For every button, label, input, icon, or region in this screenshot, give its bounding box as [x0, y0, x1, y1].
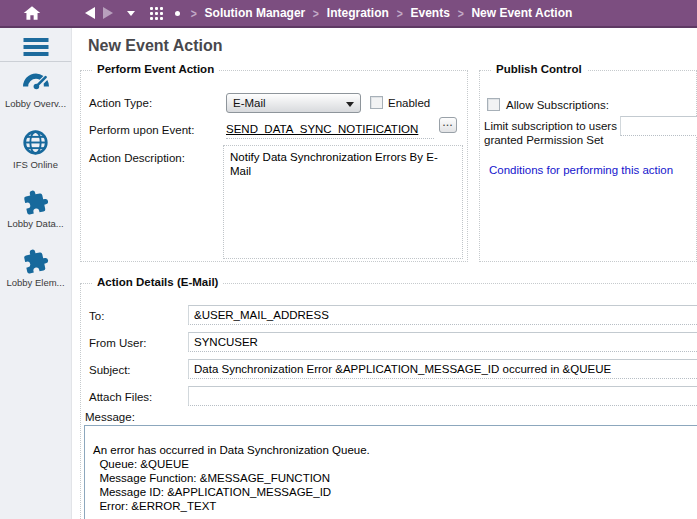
sidebar-divider: [0, 61, 71, 62]
enabled-checkbox[interactable]: [370, 96, 383, 109]
group-action-details: Action Details (E-Mail) To: &USER_MAIL_A…: [80, 283, 697, 519]
forward-arrow-icon[interactable]: [103, 7, 113, 19]
action-description-textarea[interactable]: Notify Data Synchronization Errors By E-…: [223, 145, 463, 259]
to-input[interactable]: &USER_MAIL_ADDRESS: [188, 305, 697, 325]
to-label: To:: [89, 310, 104, 322]
breadcrumb-item-solution-manager[interactable]: Solution Manager: [205, 6, 306, 20]
back-arrow-icon[interactable]: [85, 7, 95, 19]
gauge-icon: [20, 70, 52, 95]
dropdown-caret-icon[interactable]: [127, 11, 135, 16]
sidebar-item-lobby-overview[interactable]: Lobby Overv...: [0, 70, 71, 109]
action-description-label: Action Description:: [89, 152, 185, 164]
from-user-label: From User:: [89, 337, 147, 349]
group-title: Perform Event Action: [92, 63, 219, 75]
sidebar-item-label: Lobby Elem...: [6, 277, 64, 288]
perform-upon-event-label: Perform upon Event:: [89, 124, 194, 136]
action-type-selected-value: E-Mail: [233, 97, 266, 109]
hamburger-menu-icon[interactable]: [23, 38, 48, 59]
action-type-label: Action Type:: [89, 97, 152, 109]
sidebar-item-label: Lobby Data...: [7, 218, 64, 229]
perform-upon-event-value[interactable]: SEND_DATA_SYNC_NOTIFICATION: [226, 123, 418, 135]
sidebar-item-label: IFS Online: [13, 159, 58, 170]
breadcrumb-item-integration[interactable]: Integration: [327, 6, 389, 20]
allow-subscriptions-checkbox[interactable]: [487, 98, 500, 111]
subject-label: Subject:: [89, 364, 131, 376]
message-label: Message:: [85, 411, 135, 423]
breadcrumb-separator: >: [397, 6, 403, 21]
attach-files-input[interactable]: [188, 386, 697, 406]
group-perform-event-action: Perform Event Action Action Type: E-Mail…: [80, 70, 468, 262]
breadcrumb-item-events[interactable]: Events: [410, 6, 449, 20]
breadcrumb-item-current-page: New Event Action: [471, 6, 572, 20]
message-textarea[interactable]: An error has occurred in Data Synchroniz…: [84, 425, 697, 519]
action-type-dropdown[interactable]: E-Mail: [226, 93, 361, 113]
permission-set-input[interactable]: [620, 116, 697, 136]
subject-input[interactable]: Data Synchronization Error &APPLICATION_…: [188, 359, 697, 379]
group-publish-control: Publish Control Allow Subscriptions: Lim…: [479, 70, 697, 262]
chevron-down-icon: [346, 102, 354, 107]
allow-subscriptions-label: Allow Subscriptions:: [506, 99, 609, 111]
breadcrumb-separator: >: [313, 6, 319, 21]
puzzle-icon: [20, 187, 51, 218]
from-user-input[interactable]: SYNCUSER: [188, 332, 697, 352]
application-window: > Solution Manager > Integration > Event…: [0, 0, 697, 519]
conditions-link[interactable]: Conditions for performing this action: [489, 164, 673, 176]
sidebar-item-ifs-online[interactable]: IFS Online: [0, 129, 71, 170]
home-icon: [23, 5, 41, 21]
breadcrumb-separator: >: [191, 6, 197, 21]
globe-icon: [22, 129, 49, 156]
limit-subscription-label: Limit subscription to users granted Perm…: [484, 120, 626, 147]
top-navigation-bar: > Solution Manager > Integration > Event…: [0, 0, 697, 28]
enabled-label: Enabled: [388, 97, 430, 109]
breadcrumb-separator: >: [458, 6, 464, 21]
app-grid-icon[interactable]: [150, 7, 163, 20]
breadcrumb: > Solution Manager > Integration > Event…: [180, 6, 572, 21]
group-title: Publish Control: [491, 63, 587, 75]
sidebar-item-lobby-elements[interactable]: Lobby Elem...: [0, 248, 71, 288]
home-icon[interactable]: [23, 5, 41, 21]
group-title: Action Details (E-Mail): [92, 276, 223, 288]
puzzle-icon: [20, 246, 51, 277]
sidebar-item-lobby-data[interactable]: Lobby Data...: [0, 189, 71, 229]
sidebar-item-label: Lobby Overv...: [5, 98, 66, 109]
attach-files-label: Attach Files:: [89, 391, 152, 403]
lobby-sidebar: Lobby Overv... IFS Online Lobby Data... …: [0, 28, 72, 519]
page-title: New Event Action: [88, 37, 223, 55]
browse-event-button[interactable]: ...: [439, 117, 457, 133]
